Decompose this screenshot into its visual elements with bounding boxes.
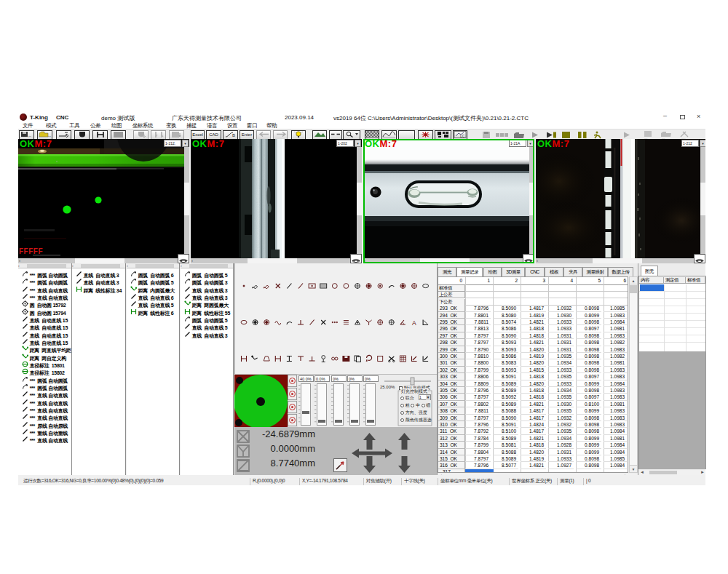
svg-text:..: ..	[28, 132, 31, 137]
svg-text:LC: LC	[460, 134, 465, 138]
svg-text:FFFFF: FFFFF	[19, 247, 43, 255]
svg-text:A: A	[412, 319, 416, 327]
svg-text:B: B	[232, 133, 235, 137]
svg-text:..: ..	[48, 132, 51, 137]
